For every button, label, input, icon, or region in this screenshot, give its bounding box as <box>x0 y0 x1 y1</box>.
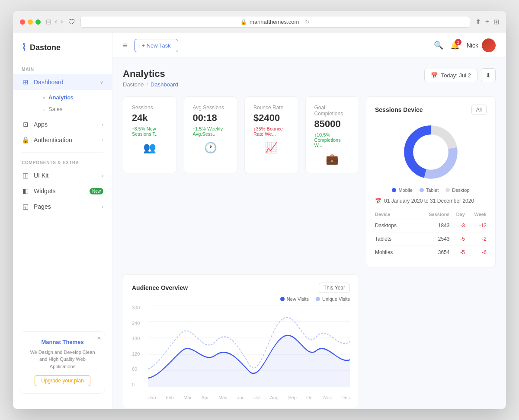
stat-icon-sessions: 👥 <box>132 142 168 154</box>
browser-actions: ⬆ + ⊞ <box>475 18 499 26</box>
line-chart-svg <box>148 305 350 387</box>
desktop-label: Desktop <box>452 188 469 193</box>
date-label: Today: Jul 2 <box>441 72 471 79</box>
device-name-3: Mobiles <box>375 246 413 259</box>
y-label-240: 240 <box>132 321 146 326</box>
top-header: ≡ + New Task 🔍 🔔 2 Nick <box>112 33 506 58</box>
y-label-180: 180 <box>132 336 146 341</box>
back-icon[interactable]: ‹ <box>55 18 57 26</box>
x-apr: Apr <box>202 395 209 400</box>
device-sessions-1: 1843 <box>413 219 450 232</box>
tablet-dot <box>420 188 424 192</box>
upgrade-button[interactable]: Upgrade your plan <box>35 375 90 386</box>
col-sessions: Sassions <box>413 210 450 219</box>
hamburger-icon[interactable]: ≡ <box>123 41 128 50</box>
unique-visits-label: Unique Visits <box>322 296 350 302</box>
notification-button[interactable]: 🔔 2 <box>450 41 460 50</box>
search-icon[interactable]: 🔍 <box>434 41 443 50</box>
close-dot[interactable] <box>20 19 25 25</box>
sidebar-item-widgets[interactable]: ◧ Widgets New <box>13 183 112 199</box>
chevron-right-icon-uikit: › <box>102 173 103 178</box>
app-main: ≡ + New Task 🔍 🔔 2 Nick <box>112 33 506 409</box>
x-jul: Jul <box>254 395 260 400</box>
x-sep: Sep <box>288 395 297 400</box>
stat-value-bounce: $2400 <box>253 112 289 124</box>
date-range-text: 01 January 2020 to 31 December 2020 <box>384 198 474 204</box>
stat-label-goals: Goal Completions <box>314 105 350 117</box>
sidebar-item-dashboard[interactable]: ⊞ Dashboard ∨ <box>13 74 112 90</box>
sidebar: ⌇ Dastone MAIN ⊞ Dashboard ∨ Analytics S… <box>13 33 112 409</box>
calendar-icon: 📅 <box>431 72 438 79</box>
unique-visits-dot <box>316 297 320 301</box>
stats-device-section: Sessions 24k ↑8.5% New Sessions T... 👥 A… <box>123 96 496 267</box>
device-legend: Mobile Tablet Desktop <box>375 188 487 193</box>
page-title-section: Analytics Dastone / Dashboard <box>123 68 178 88</box>
device-name-1: Dasktops <box>375 219 413 232</box>
table-row: Mobiles 3654 -5 -6 <box>375 246 487 259</box>
y-label-120: 120 <box>132 351 146 356</box>
stat-label-bounce: Bounce Rate <box>253 105 289 111</box>
stat-value-goals: 85000 <box>314 118 350 130</box>
uikit-icon: ◫ <box>22 172 29 179</box>
x-nov: Nov <box>323 395 332 400</box>
sidebar-toggle-icon[interactable]: ⊟ <box>46 18 51 26</box>
url-text: mannatthemes.com <box>250 19 299 25</box>
user-avatar[interactable] <box>482 38 496 52</box>
stat-icon-avgsessions: 🕐 <box>193 142 229 154</box>
add-tab-icon[interactable]: + <box>485 18 489 26</box>
audience-card: Audience Overview This Year New Visits U… <box>123 274 359 408</box>
y-label-300: 300 <box>132 305 146 310</box>
sidebar-label-widgets: Widgets <box>34 188 85 194</box>
chart-plot <box>148 305 350 387</box>
sidebar-item-sales[interactable]: Sales <box>34 103 112 115</box>
legend-new-visits: New Visits <box>280 296 309 302</box>
browser-nav: ⊟ ‹ › <box>46 18 63 26</box>
download-button[interactable]: ⬇ <box>481 68 496 82</box>
forward-icon[interactable]: › <box>61 18 63 26</box>
stat-change-avgsessions: ↑1.5% Weekly Avg.Sess... <box>193 126 229 137</box>
sidebar-item-uikit[interactable]: ◫ UI Kit › <box>13 168 112 183</box>
device-name-2: Tablets <box>375 232 413 246</box>
promo-close-icon[interactable]: ✕ <box>97 335 101 341</box>
device-week-1: -12 <box>465 219 487 232</box>
sidebar-item-analytics[interactable]: Analytics <box>34 92 112 103</box>
legend-desktop: Desktop <box>445 188 469 193</box>
legend-unique-visits: Unique Visits <box>316 296 350 302</box>
stat-change-goals: ↑10.5% Completions W... <box>314 132 350 148</box>
audience-title: Audience Overview <box>132 284 188 291</box>
device-day-3: -5 <box>449 246 465 259</box>
shield-icon: 🛡 <box>68 18 75 26</box>
widgets-icon: ◧ <box>22 187 29 195</box>
device-day-2: -5 <box>449 232 465 246</box>
audience-filter-button[interactable]: This Year <box>319 283 350 293</box>
stat-change-bounce: ↓35% Bounce Rate We... <box>253 126 289 137</box>
desktop-dot <box>445 188 450 192</box>
date-picker-button[interactable]: 📅 Today: Jul 2 <box>424 69 477 82</box>
sidebar-item-authentication[interactable]: 🔒 Authentication › <box>13 132 112 148</box>
device-week-2: -2 <box>465 232 487 246</box>
device-day-1: -3 <box>449 219 465 232</box>
promo-box: ✕ Mannat Themes We Design and Develop Cl… <box>20 331 105 394</box>
audience-chart: 300 240 180 120 60 0 <box>132 305 350 400</box>
app-container: ⌇ Dastone MAIN ⊞ Dashboard ∨ Analytics S… <box>13 33 506 409</box>
lock-icon: 🔒 <box>240 19 247 25</box>
breadcrumb-home[interactable]: Dastone <box>123 81 144 88</box>
refresh-icon[interactable]: ↻ <box>305 19 310 25</box>
lock-icon: 🔒 <box>22 136 29 144</box>
sidebar-item-apps[interactable]: ⊡ Apps › <box>13 117 112 132</box>
sidebar-item-pages[interactable]: ◱ Pages › <box>13 199 112 214</box>
windows-icon[interactable]: ⊞ <box>493 18 499 26</box>
maximize-dot[interactable] <box>35 19 41 25</box>
minimize-dot[interactable] <box>28 19 33 25</box>
device-filter-button[interactable]: All <box>471 105 487 115</box>
page-header: Analytics Dastone / Dashboard 📅 Today: J… <box>123 68 496 88</box>
x-feb: Feb <box>166 395 174 400</box>
dashboard-icon: ⊞ <box>22 78 29 86</box>
y-label-60: 60 <box>132 366 146 372</box>
url-bar[interactable]: 🔒 mannatthemes.com ↻ <box>80 16 470 28</box>
new-task-button[interactable]: + New Task <box>135 39 178 52</box>
share-icon[interactable]: ⬆ <box>475 18 481 26</box>
sidebar-label-authentication: Authentication <box>34 137 97 143</box>
device-card: Sessions Device All <box>366 96 496 267</box>
device-sessions-3: 3654 <box>413 246 450 259</box>
